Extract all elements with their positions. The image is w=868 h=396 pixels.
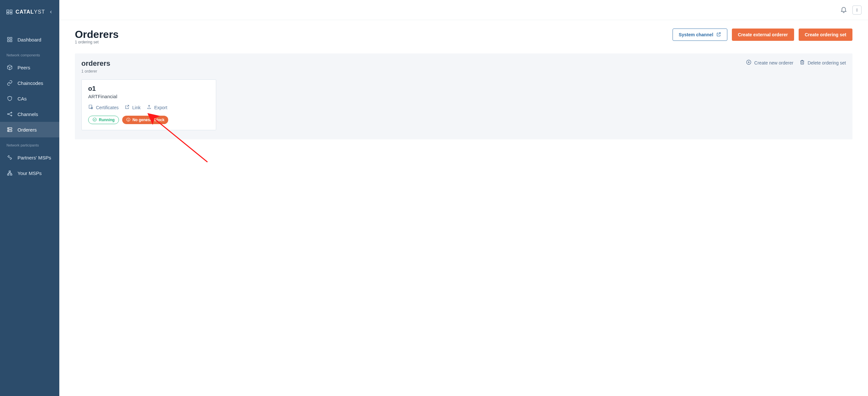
- sidebar-item-cas[interactable]: CAs: [0, 91, 59, 106]
- ordering-set-panel: orderers 1 orderer Create new orderer: [75, 54, 852, 139]
- svg-rect-1: [10, 10, 12, 12]
- export-link[interactable]: Export: [147, 104, 167, 111]
- plus-circle-icon: [746, 59, 752, 66]
- orderer-card: o1 ARTFinancial Certificates: [81, 80, 216, 130]
- sidebar-item-orderers[interactable]: Orderers: [0, 122, 59, 138]
- page-subtitle: 1 ordering set: [75, 40, 119, 44]
- avatar-initial: I: [856, 7, 858, 13]
- cube-icon: [6, 64, 13, 71]
- page-title: Orderers: [75, 29, 119, 40]
- panel-header: orderers 1 orderer Create new orderer: [81, 59, 846, 73]
- sidebar-item-partners-msps[interactable]: Partners' MSPs: [0, 150, 59, 165]
- certificate-icon: [88, 104, 93, 111]
- dashboard-icon: [6, 36, 13, 43]
- panel-title: orderers: [81, 59, 110, 68]
- page-actions: System channel Create external orderer C…: [673, 29, 852, 41]
- svg-point-22: [93, 118, 97, 121]
- page-content: Orderers 1 ordering set System channel C…: [59, 20, 868, 148]
- main: I Orderers 1 ordering set System channel: [59, 0, 868, 396]
- svg-rect-16: [7, 174, 9, 175]
- sidebar-item-label: Peers: [18, 65, 30, 70]
- svg-rect-0: [7, 10, 9, 12]
- link-label: Export: [154, 105, 167, 110]
- status-badges: Running No genesis block: [88, 116, 209, 124]
- create-ordering-set-button[interactable]: Create ordering set: [799, 29, 852, 41]
- sidebar-item-label: Partners' MSPs: [18, 155, 51, 160]
- org-tree-icon: [6, 170, 13, 176]
- delete-ordering-set-link[interactable]: Delete ordering set: [799, 59, 846, 66]
- svg-point-24: [128, 120, 128, 121]
- card-links: Certificates Link: [88, 104, 209, 111]
- brand: CATALYST: [0, 4, 59, 21]
- shield-icon: [6, 95, 13, 102]
- badge-label: Running: [99, 118, 115, 122]
- certificates-link[interactable]: Certificates: [88, 104, 119, 111]
- sidebar-item-dashboard[interactable]: Dashboard: [0, 32, 59, 47]
- svg-point-9: [11, 112, 12, 113]
- svg-rect-7: [10, 40, 12, 42]
- svg-rect-2: [7, 13, 9, 14]
- external-link-icon: [124, 104, 130, 111]
- system-channel-button[interactable]: System channel: [673, 29, 727, 41]
- panel-subtitle: 1 orderer: [81, 69, 110, 73]
- sidebar-item-channels[interactable]: Channels: [0, 106, 59, 122]
- sidebar-item-label: Dashboard: [18, 37, 41, 42]
- alert-circle-icon: [126, 117, 131, 123]
- link-label: Link: [132, 105, 141, 110]
- link-label: Delete ordering set: [808, 60, 846, 65]
- sidebar-item-label: Orderers: [18, 127, 37, 132]
- check-circle-icon: [92, 117, 97, 123]
- sidebar-item-your-msps[interactable]: Your MSPs: [0, 165, 59, 181]
- link-label: Create new orderer: [754, 60, 794, 65]
- svg-rect-6: [7, 40, 9, 42]
- sidebar-item-label: CAs: [18, 96, 27, 101]
- link-label: Certificates: [96, 105, 119, 110]
- create-new-orderer-link[interactable]: Create new orderer: [746, 59, 794, 66]
- notifications-icon[interactable]: [840, 6, 847, 14]
- sidebar-item-label: Channels: [18, 112, 38, 117]
- topbar: I: [59, 0, 868, 20]
- handshake-icon: [6, 154, 13, 161]
- sidebar-section-components: Network components: [0, 47, 59, 60]
- user-avatar[interactable]: I: [852, 5, 862, 14]
- orderer-org: ARTFinancial: [88, 94, 209, 99]
- brand-logo-icon: [6, 8, 13, 16]
- sidebar-item-peers[interactable]: Peers: [0, 60, 59, 75]
- nodes-icon: [6, 111, 13, 117]
- button-label: System channel: [679, 32, 713, 37]
- status-no-genesis-badge: No genesis block: [122, 116, 168, 124]
- page-header: Orderers 1 ordering set System channel C…: [75, 29, 852, 44]
- trash-icon: [799, 59, 805, 66]
- panel-actions: Create new orderer Delete ordering set: [746, 59, 846, 66]
- chain-icon: [6, 80, 13, 86]
- orderer-name: o1: [88, 85, 209, 92]
- sidebar-section-participants: Network participants: [0, 138, 59, 150]
- svg-rect-19: [801, 61, 804, 64]
- sidebar-item-label: Chaincodes: [18, 80, 43, 86]
- external-link-icon: [716, 32, 721, 38]
- sidebar-item-label: Your MSPs: [18, 171, 41, 176]
- collapse-sidebar-icon[interactable]: [48, 9, 54, 15]
- button-label: Create external orderer: [738, 32, 788, 37]
- svg-rect-17: [10, 174, 12, 175]
- sidebar: CATALYST Dashboard Network components Pe…: [0, 0, 59, 396]
- button-label: Create ordering set: [805, 32, 846, 37]
- server-icon: [6, 126, 13, 133]
- sidebar-item-chaincodes[interactable]: Chaincodes: [0, 75, 59, 91]
- upload-icon: [147, 104, 152, 111]
- badge-label: No genesis block: [132, 118, 165, 122]
- svg-rect-5: [10, 37, 12, 39]
- svg-point-10: [11, 115, 12, 116]
- svg-rect-4: [7, 37, 9, 39]
- brand-name: CATALYST: [16, 9, 45, 15]
- link-link[interactable]: Link: [124, 104, 141, 111]
- create-external-orderer-button[interactable]: Create external orderer: [732, 29, 794, 41]
- svg-rect-3: [10, 13, 12, 14]
- status-running-badge: Running: [88, 116, 119, 124]
- svg-point-13: [8, 128, 9, 129]
- svg-point-8: [7, 114, 8, 115]
- svg-rect-15: [9, 171, 11, 172]
- svg-rect-20: [89, 105, 92, 109]
